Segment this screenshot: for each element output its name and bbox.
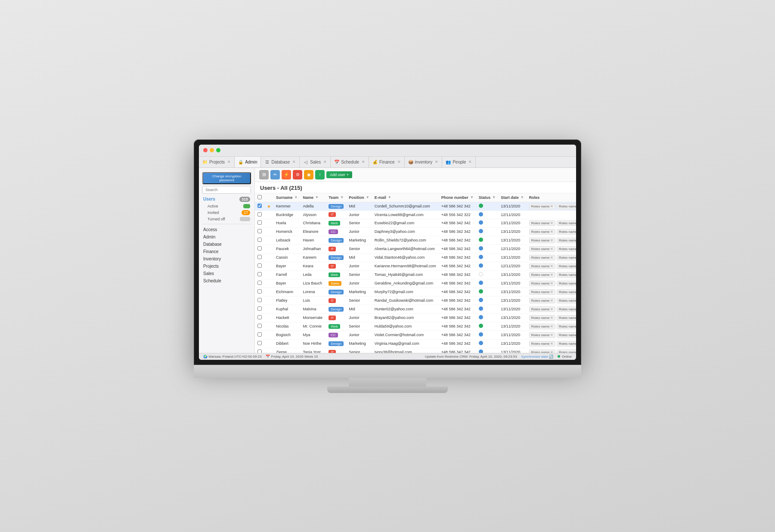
sidebar-item-active[interactable]: Active: [199, 203, 254, 209]
role-tag[interactable]: Roles name ✕: [557, 289, 576, 295]
row-checkbox[interactable]: [257, 272, 262, 276]
row-checkbox-cell[interactable]: [255, 227, 264, 236]
role-tag[interactable]: Roles name ✕: [557, 298, 576, 303]
row-checkbox-cell[interactable]: [255, 305, 264, 313]
tab-inventory-close[interactable]: ✕: [435, 160, 438, 164]
role-tag[interactable]: Roles name ✕: [557, 306, 576, 312]
row-checkbox-cell[interactable]: [255, 322, 264, 331]
role-remove-icon[interactable]: ✕: [550, 316, 553, 320]
sort-name-button[interactable]: Name ▼: [303, 195, 318, 200]
sidebar-item-database[interactable]: Database: [199, 241, 254, 248]
maximize-button[interactable]: [216, 148, 220, 152]
col-header-name[interactable]: Name ▼: [300, 193, 326, 202]
row-checkbox-cell[interactable]: [255, 279, 264, 288]
sidebar-item-sales[interactable]: Sales: [199, 270, 254, 277]
role-tag[interactable]: Roles name ✕: [529, 204, 556, 209]
role-remove-icon[interactable]: ✕: [550, 273, 553, 277]
tab-schedule[interactable]: 📅 Schedule ✕: [331, 157, 369, 167]
role-remove-icon[interactable]: ✕: [550, 333, 553, 337]
table-row[interactable]: Kuphal Malvina Design Mid Hunter02@yahoo…: [255, 305, 576, 313]
table-row[interactable]: Farrell Leda Web Senior Tomas_Hyatt46@gm…: [255, 270, 576, 279]
row-checkbox[interactable]: [257, 298, 262, 302]
sort-email-button[interactable]: E-mail ▼: [375, 195, 391, 200]
sidebar-item-projects[interactable]: Projects: [199, 263, 254, 270]
row-checkbox-cell[interactable]: [255, 339, 264, 348]
role-tag[interactable]: Roles name ✕: [529, 229, 556, 235]
sidebar-item-turned-off[interactable]: Turned off: [199, 216, 254, 222]
row-checkbox-cell[interactable]: [255, 288, 264, 296]
role-tag[interactable]: Roles name ✕: [529, 332, 556, 338]
row-checkbox-cell[interactable]: [255, 313, 264, 322]
role-tag[interactable]: Roles name ✕: [529, 281, 556, 286]
table-row[interactable]: Homerick Eleanore CC Junior Daphney3@yah…: [255, 227, 576, 236]
tab-database[interactable]: ☰ Database ✕: [261, 157, 300, 167]
row-checkbox[interactable]: [257, 289, 262, 294]
row-checkbox[interactable]: [257, 246, 262, 251]
filter-button[interactable]: ◉: [304, 170, 313, 179]
role-remove-icon[interactable]: ✕: [550, 342, 553, 346]
role-tag[interactable]: Roles name ✕: [557, 220, 576, 226]
tab-inventory[interactable]: 📦 inventory ✕: [405, 157, 443, 167]
table-row[interactable]: Paucek Johnathan IT Senior Alverta.Langw…: [255, 244, 576, 253]
role-tag[interactable]: Roles name ✕: [557, 255, 576, 260]
row-checkbox-cell[interactable]: [255, 219, 264, 227]
role-tag[interactable]: Roles name ✕: [529, 255, 556, 260]
row-checkbox-cell[interactable]: [255, 236, 264, 244]
row-checkbox-cell[interactable]: [255, 296, 264, 305]
tab-admin[interactable]: 🔒 Admin: [235, 157, 261, 167]
sort-date-button[interactable]: Start date ▼: [501, 195, 524, 200]
sort-phone-button[interactable]: Phone number ▼: [441, 195, 474, 200]
col-header-phone[interactable]: Phone number ▼: [439, 193, 476, 202]
sort-surname-button[interactable]: Surname ▼: [276, 195, 298, 200]
table-row[interactable]: Bayer Liza Bauch Sales Junior Geraldine_…: [255, 279, 576, 288]
role-tag[interactable]: Roles name ✕: [557, 246, 576, 252]
role-remove-icon[interactable]: ✕: [550, 299, 553, 303]
col-header-surname[interactable]: Surname ▼: [273, 193, 300, 202]
role-remove-icon[interactable]: ✕: [550, 230, 553, 234]
role-tag[interactable]: Roles name ✕: [557, 341, 576, 346]
role-remove-icon[interactable]: ✕: [550, 204, 553, 208]
col-header-start-date[interactable]: Start date ▼: [498, 193, 526, 202]
sidebar-item-admin[interactable]: Admin: [199, 233, 254, 241]
role-tag[interactable]: Roles name ✕: [557, 204, 576, 209]
row-checkbox[interactable]: [257, 350, 262, 353]
role-tag[interactable]: Roles name ✕: [557, 263, 576, 269]
table-row[interactable]: Eichmann Lorena Design Marketing Murphy7…: [255, 288, 576, 296]
row-checkbox-cell[interactable]: [255, 253, 264, 262]
row-checkbox[interactable]: [257, 229, 262, 233]
row-checkbox[interactable]: [257, 341, 262, 345]
table-row[interactable]: Flatley Luis IT Senior Randal_Gusikowski…: [255, 296, 576, 305]
select-all-checkbox[interactable]: [257, 195, 262, 199]
role-tag[interactable]: Roles name ✕: [557, 332, 576, 338]
row-checkbox[interactable]: [257, 332, 262, 337]
sidebar-item-schedule[interactable]: Schedule: [199, 277, 254, 285]
row-checkbox[interactable]: [257, 281, 262, 285]
row-checkbox-cell[interactable]: [255, 270, 264, 279]
row-checkbox[interactable]: [257, 212, 262, 217]
role-tag[interactable]: Roles name ✕: [529, 238, 556, 243]
row-checkbox[interactable]: [257, 220, 262, 225]
table-row[interactable]: Nicolas Mr. Connie Web Senior Hulda59@ya…: [255, 322, 576, 331]
sidebar-item-inventory[interactable]: Inventory: [199, 255, 254, 263]
table-row[interactable]: Hackett Monserrate IT Junior Brayan82@ya…: [255, 313, 576, 322]
role-tag[interactable]: Roles name ✕: [557, 229, 576, 235]
role-tag[interactable]: Roles name ✕: [557, 281, 576, 286]
users-table[interactable]: Surname ▼ Name ▼: [255, 193, 576, 353]
role-tag[interactable]: Roles name ✕: [557, 324, 576, 329]
role-tag[interactable]: Roles name ✕: [529, 263, 556, 269]
row-checkbox-cell[interactable]: [255, 244, 264, 253]
sort-status-button[interactable]: Status ▼: [479, 195, 496, 200]
row-checkbox-cell[interactable]: [255, 210, 264, 219]
table-row[interactable]: ★ Kemmer Adella Design Mid Cordell_Schum…: [255, 202, 576, 210]
role-remove-icon[interactable]: ✕: [550, 221, 553, 225]
row-checkbox[interactable]: [257, 204, 262, 208]
table-row[interactable]: Dibbert Noe Hirthe Design Marketing Virg…: [255, 339, 576, 348]
col-header-position[interactable]: Position ▼: [346, 193, 372, 202]
encrypt-password-button[interactable]: Change encryption password: [202, 172, 251, 184]
grid-view-button[interactable]: ⊞: [259, 170, 269, 179]
tab-database-close[interactable]: ✕: [292, 160, 296, 164]
tab-people[interactable]: 👥 People ✕: [442, 157, 476, 167]
edit-button[interactable]: ✏: [270, 170, 280, 179]
role-tag[interactable]: Roles name ✕: [557, 272, 576, 278]
role-remove-icon[interactable]: ✕: [550, 307, 553, 311]
